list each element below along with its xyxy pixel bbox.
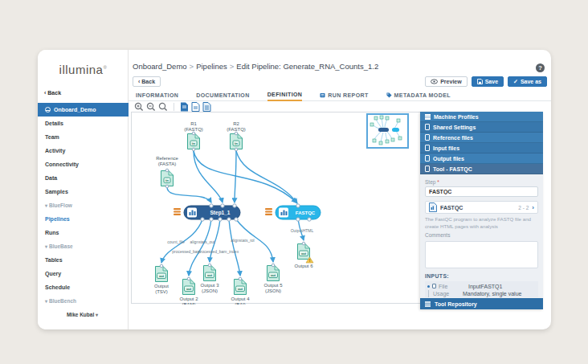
panel-section-input-files[interactable]: Input files	[420, 143, 543, 153]
panel-section-shared-settings[interactable]: Shared Settings	[420, 122, 543, 133]
bullet-icon	[427, 285, 430, 288]
node-output3-json[interactable]: out Output 3 (JSON)	[200, 264, 219, 293]
help-icon[interactable]: ?	[536, 63, 545, 72]
chevron-right-icon[interactable]: ›	[532, 204, 534, 211]
sidebar-item-samples[interactable]: Samples	[38, 185, 129, 198]
edge-step1-output4[interactable]	[229, 219, 240, 276]
node-reference-fasta[interactable]: Reference (FASTA) in	[156, 156, 178, 188]
node-label: R1	[190, 121, 197, 126]
node-output5-json[interactable]: out Output 5 (JSON)	[263, 264, 283, 293]
save-as-button[interactable]: ✓ Save as	[508, 76, 547, 87]
sidebar-item-runs[interactable]: Runs	[38, 226, 129, 239]
sidebar-item-data[interactable]: Data	[38, 171, 129, 185]
out-badge: out	[238, 287, 243, 291]
edge-r1-step1[interactable]	[194, 151, 223, 202]
tool-description: The FastQC program to analyze FASTQ file…	[425, 216, 538, 231]
report-icon	[320, 92, 325, 98]
node-step1[interactable]: Step1_1	[174, 204, 240, 221]
drag-grip-icon[interactable]	[265, 208, 272, 215]
sidebar-item-team[interactable]: Team	[38, 130, 129, 144]
breadcrumb-project[interactable]: Onboard_Demo	[133, 62, 187, 71]
panel-section-machine-profiles[interactable]: Machine Profiles	[420, 112, 543, 122]
zoom-in-icon[interactable]	[134, 102, 144, 112]
node-output4-bai[interactable]: out Output 4 (BAI)	[231, 277, 250, 305]
preview-button[interactable]: Preview	[425, 76, 467, 87]
input-value: InputFASTQ1	[468, 284, 502, 289]
save-button[interactable]: Save	[472, 76, 504, 87]
input-parameter-group[interactable]: File InputFASTQ1 Usage Mandatory, single…	[425, 281, 538, 297]
out-badge: out	[159, 274, 165, 278]
caret-down-icon: ▾	[45, 203, 47, 208]
document-list-icon[interactable]	[202, 102, 211, 112]
node-label: Step1_1	[210, 210, 231, 216]
step-name-input[interactable]	[425, 186, 538, 197]
breadcrumb-current: Edit Pipeline: Generate_RNA_Counts_1.2	[236, 62, 378, 71]
panel-section-tool-fastqc[interactable]: Tool - FASTQC	[420, 164, 543, 174]
minimap[interactable]	[366, 113, 409, 149]
node-label: Reference	[156, 156, 178, 161]
document-blue-icon[interactable]	[180, 102, 189, 112]
menu-icon	[425, 114, 431, 115]
panel-section-output-files[interactable]: Output files	[420, 153, 543, 164]
node-label: (JSON)	[202, 288, 218, 293]
illumina-logo: illumina®	[38, 63, 129, 77]
zoom-out-icon[interactable]	[146, 102, 156, 112]
sidebar-back-button[interactable]: ‹ Back	[44, 90, 61, 96]
out-badge: out	[271, 273, 276, 277]
tab-bar: INFORMATION DOCUMENTATION DEFINITION RUN…	[129, 89, 551, 101]
sidebar-item-connectivity[interactable]: Connectivity	[38, 157, 129, 171]
user-menu[interactable]: Mike Kubal ▾	[38, 312, 129, 317]
node-r1-fastq[interactable]: R1 (FASTQ) in	[184, 121, 203, 151]
port	[296, 204, 300, 207]
tab-run-report[interactable]: RUN REPORT	[320, 89, 368, 101]
chevron-left-icon: ‹	[138, 79, 140, 84]
tab-definition[interactable]: DEFINITION	[267, 89, 303, 101]
port	[235, 132, 238, 135]
node-label: (JSON)	[265, 288, 281, 293]
header-actions: Preview Save ✓ Save as	[425, 76, 547, 87]
sidebar-item-schedule[interactable]: Schedule	[38, 280, 129, 294]
comments-textarea[interactable]	[425, 241, 538, 268]
sidebar-group-bluebench[interactable]: ▾BlueBench	[38, 294, 129, 308]
drag-grip-icon[interactable]	[174, 208, 181, 215]
edge-reference-step1[interactable]	[167, 187, 211, 202]
edge-label-count-file: count_file	[167, 239, 185, 244]
tab-metadata-model[interactable]: METADATA MODEL	[386, 89, 451, 101]
sidebar-item-onboard-demo[interactable]: Onboard_Demo	[38, 103, 129, 117]
tag-icon	[386, 92, 392, 98]
caret-down-icon: ▾	[45, 244, 47, 249]
node-label: Output 5	[263, 283, 283, 288]
node-output6[interactable]: out ! Output 6	[294, 242, 313, 268]
zoom-reset-icon[interactable]	[158, 102, 168, 112]
chevron-left-icon: ‹	[44, 90, 46, 96]
input-value: Mandatory, single value	[463, 291, 521, 297]
back-button[interactable]: ‹ Back	[133, 76, 161, 87]
sidebar-group-blueflow[interactable]: ▾BlueFlow	[38, 198, 129, 212]
node-output1-tsv[interactable]: out Output (TSV)	[154, 264, 169, 294]
port	[235, 218, 238, 221]
sidebar-item-pipelines[interactable]: Pipelines	[38, 212, 129, 226]
document-outline-icon[interactable]	[191, 102, 200, 112]
breadcrumb-pipelines[interactable]: Pipelines	[196, 62, 227, 71]
port	[192, 148, 195, 151]
tree-indent	[428, 290, 431, 297]
tab-documentation[interactable]: DOCUMENTATION	[196, 89, 249, 101]
tool-card[interactable]: FASTQC 2 - 2 ›	[425, 201, 538, 214]
sidebar-item-query[interactable]: Query	[38, 267, 129, 280]
port	[302, 242, 305, 245]
edge-r1-fastqc[interactable]	[194, 151, 296, 202]
sidebar-item-details[interactable]: Details	[38, 117, 129, 130]
node-r2-fastq[interactable]: R2 (FASTQ) in	[227, 121, 246, 151]
node-fastqc[interactable]: FASTQC	[265, 204, 321, 221]
edge-r2-step1[interactable]	[235, 151, 236, 202]
sidebar-item-activity[interactable]: Activity	[38, 144, 129, 157]
sidebar-item-tables[interactable]: Tables	[38, 253, 129, 267]
breadcrumb-separator: >	[230, 62, 235, 71]
inputs-header: INPUTS:	[425, 273, 538, 279]
tab-information[interactable]: INFORMATION	[136, 89, 178, 101]
panel-section-reference-files[interactable]: Reference files	[420, 133, 543, 143]
sidebar-group-bluebase[interactable]: ▾BlueBase	[38, 239, 129, 253]
sidebar-nav: Onboard_Demo Details Team Activity Conne…	[38, 103, 129, 308]
tool-repository-bar[interactable]: Tool Repository	[420, 298, 543, 309]
node-output2-bam[interactable]: out Output 2 (BAM)	[179, 277, 198, 305]
